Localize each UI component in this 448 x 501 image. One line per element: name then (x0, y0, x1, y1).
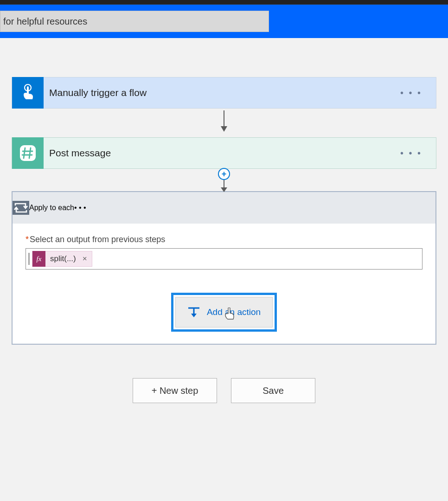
token-label: split(...) (45, 254, 81, 263)
loop-icon (13, 201, 29, 215)
token-remove-button[interactable]: × (81, 254, 92, 263)
apply-to-each-menu-button[interactable]: • • • (74, 204, 86, 212)
apply-to-each-card: Apply to each • • • *Select an output fr… (12, 191, 436, 345)
hash-icon (12, 137, 44, 169)
save-button[interactable]: Save (231, 378, 315, 403)
tutorial-highlight: Add an action (171, 293, 277, 332)
trigger-card[interactable]: Manually trigger a flow • • • (12, 77, 436, 109)
expression-token[interactable]: fx split(...) × (32, 251, 92, 267)
search-text: for helpful resources (3, 16, 87, 27)
add-action-icon (187, 306, 200, 318)
trigger-menu-button[interactable]: • • • (400, 88, 436, 98)
trigger-title: Manually trigger a flow (44, 87, 400, 98)
apply-to-each-title: Apply to each (29, 204, 74, 212)
touch-icon (12, 77, 44, 109)
output-field-label: *Select an output from previous steps (26, 235, 422, 244)
search-input[interactable]: for helpful resources (0, 11, 269, 32)
cursor-icon (224, 308, 234, 321)
fx-icon: fx (32, 251, 45, 267)
new-step-button[interactable]: + New step (133, 378, 217, 403)
apply-to-each-header[interactable]: Apply to each • • • (13, 192, 435, 224)
svg-marker-4 (191, 314, 197, 317)
insert-step-button[interactable]: + (218, 168, 230, 180)
add-action-button[interactable]: Add an action (175, 297, 273, 328)
post-message-card[interactable]: Post message • • • (12, 137, 436, 169)
connector-arrow (224, 110, 224, 131)
svg-rect-1 (20, 145, 36, 161)
insert-step-connector: + (218, 168, 230, 191)
top-toolbar: for helpful resources (0, 5, 448, 38)
output-field-input[interactable]: fx split(...) × (26, 248, 422, 270)
post-message-title: Post message (44, 148, 400, 159)
text-caret (29, 253, 29, 265)
post-message-menu-button[interactable]: • • • (400, 148, 436, 159)
